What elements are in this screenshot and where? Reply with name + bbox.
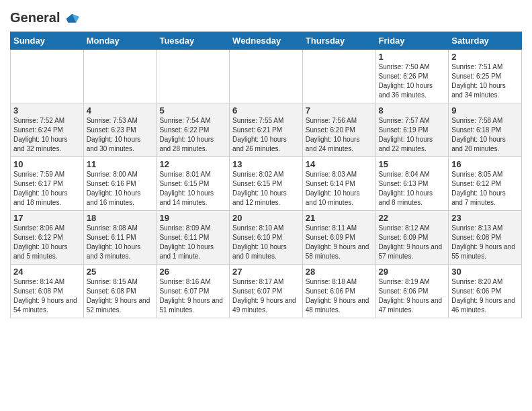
day-cell (302, 49, 375, 103)
day-cell: 30Sunrise: 8:20 AM Sunset: 6:06 PM Dayli… (449, 264, 522, 318)
day-info: Sunrise: 8:08 AM Sunset: 6:11 PM Dayligh… (87, 224, 154, 261)
calendar-table: SundayMondayTuesdayWednesdayThursdayFrid… (10, 32, 522, 318)
day-info: Sunrise: 8:14 AM Sunset: 6:08 PM Dayligh… (13, 277, 81, 315)
day-number: 17 (13, 213, 81, 223)
day-number: 20 (232, 213, 300, 223)
day-info: Sunrise: 8:20 AM Sunset: 6:06 PM Dayligh… (451, 277, 519, 315)
weekday-header-wednesday: Wednesday (230, 32, 303, 49)
day-info: Sunrise: 8:19 AM Sunset: 6:06 PM Dayligh… (379, 277, 446, 315)
day-info: Sunrise: 7:56 AM Sunset: 6:20 PM Dayligh… (306, 116, 373, 154)
day-info: Sunrise: 7:53 AM Sunset: 6:23 PM Dayligh… (87, 116, 154, 154)
day-number: 5 (159, 105, 226, 116)
day-cell: 10Sunrise: 7:59 AM Sunset: 6:17 PM Dayli… (11, 156, 84, 210)
weekday-header-sunday: Sunday (11, 32, 84, 49)
day-number: 15 (379, 159, 446, 169)
page-header: General (10, 7, 522, 26)
day-cell: 11Sunrise: 8:00 AM Sunset: 6:16 PM Dayli… (83, 156, 157, 210)
day-info: Sunrise: 8:16 AM Sunset: 6:07 PM Dayligh… (159, 277, 226, 315)
day-cell: 13Sunrise: 8:02 AM Sunset: 6:15 PM Dayli… (230, 156, 303, 210)
day-number: 10 (13, 159, 81, 169)
day-cell: 28Sunrise: 8:18 AM Sunset: 6:06 PM Dayli… (302, 264, 375, 318)
day-number: 25 (87, 267, 154, 277)
day-cell: 21Sunrise: 8:11 AM Sunset: 6:09 PM Dayli… (302, 210, 375, 264)
day-number: 26 (159, 267, 226, 277)
day-cell: 20Sunrise: 8:10 AM Sunset: 6:10 PM Dayli… (230, 210, 303, 264)
day-cell: 25Sunrise: 8:15 AM Sunset: 6:08 PM Dayli… (83, 264, 157, 318)
day-info: Sunrise: 8:09 AM Sunset: 6:11 PM Dayligh… (159, 224, 226, 261)
day-cell (157, 49, 230, 103)
day-number: 14 (306, 159, 373, 169)
day-cell: 27Sunrise: 8:17 AM Sunset: 6:07 PM Dayli… (230, 264, 303, 318)
calendar-body: 1Sunrise: 7:50 AM Sunset: 6:26 PM Daylig… (11, 49, 522, 318)
weekday-row: SundayMondayTuesdayWednesdayThursdayFrid… (11, 32, 522, 49)
week-row-2: 3Sunrise: 7:52 AM Sunset: 6:24 PM Daylig… (11, 103, 522, 156)
day-number: 22 (379, 213, 446, 223)
day-cell: 5Sunrise: 7:54 AM Sunset: 6:22 PM Daylig… (157, 103, 230, 156)
day-number: 7 (306, 105, 373, 116)
week-row-1: 1Sunrise: 7:50 AM Sunset: 6:26 PM Daylig… (11, 49, 522, 103)
day-info: Sunrise: 8:01 AM Sunset: 6:15 PM Dayligh… (159, 170, 226, 208)
day-info: Sunrise: 8:05 AM Sunset: 6:12 PM Dayligh… (451, 170, 519, 208)
day-cell: 18Sunrise: 8:08 AM Sunset: 6:11 PM Dayli… (83, 210, 157, 264)
weekday-header-saturday: Saturday (449, 32, 522, 49)
day-cell: 6Sunrise: 7:55 AM Sunset: 6:21 PM Daylig… (230, 103, 303, 156)
day-number: 3 (13, 105, 81, 116)
day-cell (83, 49, 157, 103)
day-number: 19 (159, 213, 226, 223)
day-info: Sunrise: 7:52 AM Sunset: 6:24 PM Dayligh… (13, 116, 81, 154)
day-info: Sunrise: 8:11 AM Sunset: 6:09 PM Dayligh… (306, 224, 373, 261)
day-number: 29 (379, 267, 446, 277)
day-number: 23 (451, 213, 519, 223)
day-info: Sunrise: 7:55 AM Sunset: 6:21 PM Dayligh… (232, 116, 300, 154)
week-row-4: 17Sunrise: 8:06 AM Sunset: 6:12 PM Dayli… (11, 210, 522, 264)
day-number: 18 (87, 213, 154, 223)
day-cell: 12Sunrise: 8:01 AM Sunset: 6:15 PM Dayli… (157, 156, 230, 210)
day-number: 8 (379, 105, 446, 116)
day-cell: 3Sunrise: 7:52 AM Sunset: 6:24 PM Daylig… (11, 103, 84, 156)
day-cell: 4Sunrise: 7:53 AM Sunset: 6:23 PM Daylig… (83, 103, 157, 156)
day-cell: 1Sunrise: 7:50 AM Sunset: 6:26 PM Daylig… (375, 49, 449, 103)
day-info: Sunrise: 7:51 AM Sunset: 6:25 PM Dayligh… (451, 62, 519, 100)
day-number: 21 (306, 213, 373, 223)
day-cell: 15Sunrise: 8:04 AM Sunset: 6:13 PM Dayli… (375, 156, 449, 210)
day-number: 2 (451, 52, 519, 62)
day-info: Sunrise: 8:18 AM Sunset: 6:06 PM Dayligh… (306, 277, 373, 315)
day-info: Sunrise: 8:17 AM Sunset: 6:07 PM Dayligh… (232, 277, 300, 315)
weekday-header-thursday: Thursday (302, 32, 375, 49)
day-info: Sunrise: 7:57 AM Sunset: 6:19 PM Dayligh… (379, 116, 446, 154)
day-info: Sunrise: 7:59 AM Sunset: 6:17 PM Dayligh… (13, 170, 81, 208)
day-cell: 22Sunrise: 8:12 AM Sunset: 6:09 PM Dayli… (375, 210, 449, 264)
day-cell: 19Sunrise: 8:09 AM Sunset: 6:11 PM Dayli… (157, 210, 230, 264)
day-info: Sunrise: 8:03 AM Sunset: 6:14 PM Dayligh… (306, 170, 373, 208)
day-info: Sunrise: 8:06 AM Sunset: 6:12 PM Dayligh… (13, 224, 81, 261)
day-cell: 14Sunrise: 8:03 AM Sunset: 6:14 PM Dayli… (302, 156, 375, 210)
day-number: 16 (451, 159, 519, 169)
day-cell: 2Sunrise: 7:51 AM Sunset: 6:25 PM Daylig… (449, 49, 522, 103)
day-cell: 8Sunrise: 7:57 AM Sunset: 6:19 PM Daylig… (375, 103, 449, 156)
day-cell: 29Sunrise: 8:19 AM Sunset: 6:06 PM Dayli… (375, 264, 449, 318)
day-number: 13 (232, 159, 300, 169)
day-cell: 23Sunrise: 8:13 AM Sunset: 6:08 PM Dayli… (449, 210, 522, 264)
logo: General (10, 10, 80, 26)
day-number: 11 (87, 159, 154, 169)
day-cell: 24Sunrise: 8:14 AM Sunset: 6:08 PM Dayli… (11, 264, 84, 318)
day-cell: 9Sunrise: 7:58 AM Sunset: 6:18 PM Daylig… (449, 103, 522, 156)
day-info: Sunrise: 8:02 AM Sunset: 6:15 PM Dayligh… (232, 170, 300, 208)
day-number: 12 (159, 159, 226, 169)
day-number: 24 (13, 267, 81, 277)
weekday-header-monday: Monday (83, 32, 157, 49)
day-cell (230, 49, 303, 103)
day-info: Sunrise: 8:10 AM Sunset: 6:10 PM Dayligh… (232, 224, 300, 261)
day-info: Sunrise: 7:58 AM Sunset: 6:18 PM Dayligh… (451, 116, 519, 154)
day-info: Sunrise: 7:50 AM Sunset: 6:26 PM Dayligh… (379, 62, 446, 100)
day-info: Sunrise: 8:00 AM Sunset: 6:16 PM Dayligh… (87, 170, 154, 208)
day-info: Sunrise: 7:54 AM Sunset: 6:22 PM Dayligh… (159, 116, 226, 154)
day-info: Sunrise: 8:12 AM Sunset: 6:09 PM Dayligh… (379, 224, 446, 261)
day-number: 6 (232, 105, 300, 116)
day-number: 30 (451, 267, 519, 277)
day-number: 27 (232, 267, 300, 277)
day-number: 4 (87, 105, 154, 116)
day-number: 1 (379, 52, 446, 62)
day-number: 9 (451, 105, 519, 116)
day-info: Sunrise: 8:15 AM Sunset: 6:08 PM Dayligh… (87, 277, 154, 315)
